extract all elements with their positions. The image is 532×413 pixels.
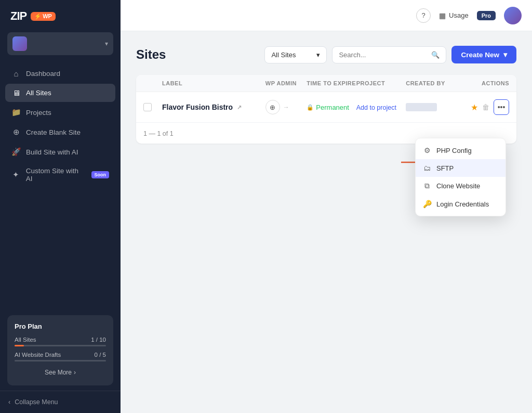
sidebar-item-label: All Sites (26, 89, 51, 97)
account-selector[interactable]: ▾ (7, 32, 113, 55)
sidebar-item-all-sites[interactable]: 🖥 All Sites (5, 84, 115, 102)
sidebar-item-custom-site-ai[interactable]: ✦ Custom Site with AI Soon (5, 162, 115, 187)
sidebar-item-label: Build Site with AI (26, 148, 78, 156)
dashboard-icon: ⌂ (11, 69, 21, 78)
all-sites-count: 1 / 10 (91, 337, 106, 343)
lock-icon: 🔒 (307, 104, 314, 111)
logo-area: ZIP ⚡ WP (0, 0, 121, 32)
content-area: Sites All Sites ▾ 🔍 Create New ▾ (121, 31, 532, 413)
sidebar-item-projects[interactable]: 📁 Projects (5, 103, 115, 122)
rocket-icon: 🚀 (11, 147, 21, 157)
page-title: Sites (136, 47, 166, 62)
chevron-down-icon: ▾ (316, 51, 320, 59)
dropdown-item-clone-website[interactable]: ⧉ Clone Website (416, 177, 506, 195)
wordpress-icon: ⊕ (11, 127, 21, 137)
header-controls: All Sites ▾ 🔍 Create New ▾ (264, 46, 516, 63)
clone-icon: ⧉ (423, 182, 431, 190)
logo-badge: ⚡ WP (31, 12, 56, 21)
soon-badge: Soon (91, 171, 110, 178)
time-expire-cell: 🔒 Permanent (307, 104, 356, 111)
all-sites-row: All Sites 1 / 10 (15, 337, 106, 343)
logo-text: ZIP (10, 9, 26, 23)
wp-admin-button[interactable]: ⊕ (265, 100, 280, 114)
all-sites-progress-fill (15, 345, 24, 346)
sparkle-icon: ✦ (11, 170, 21, 179)
topbar: ? ▦ Usage Pro (121, 0, 532, 31)
table-header: LABEL WP ADMIN TIME TO EXPIRE PROJECT CR… (136, 75, 516, 92)
dropdown-item-php-config[interactable]: ⚙ PHP Config (416, 141, 506, 159)
create-new-label: Create New (461, 51, 499, 59)
site-name-text: Flavor Fusion Bistro (162, 103, 233, 111)
badge-text: WP (43, 13, 52, 19)
arrow-right-icon: → (283, 104, 289, 111)
row-checkbox[interactable] (143, 103, 152, 111)
collapse-menu-button[interactable]: ‹ Collapse Menu (0, 391, 121, 413)
dropdown-item-label: SFTP (436, 164, 454, 172)
chart-icon: ▦ (439, 11, 446, 20)
sidebar-item-label: Dashboard (26, 70, 60, 78)
expire-value: Permanent (316, 104, 349, 111)
search-icon: 🔍 (431, 51, 440, 59)
more-actions-button[interactable]: ••• (494, 99, 509, 115)
col-time-expire: TIME TO EXPIRE (307, 80, 356, 86)
dropdown-item-login-credentials[interactable]: 🔑 Login Credentials (416, 195, 506, 213)
table-row: Flavor Fusion Bistro ↗ ⊕ → 🔒 Permanent A… (136, 92, 516, 123)
pro-plan-box: Pro Plan All Sites 1 / 10 AI Website Dra… (7, 315, 113, 385)
sidebar-item-label: Create Blank Site (26, 128, 81, 136)
dropdown-item-label: PHP Config (436, 147, 472, 154)
sftp-icon: 🗂 (423, 164, 431, 172)
question-icon: ? (421, 11, 425, 19)
collapse-label: Collapse Menu (15, 398, 58, 406)
col-checkbox (143, 80, 162, 86)
usage-label: Usage (449, 11, 469, 19)
see-more-button[interactable]: See More › (15, 367, 106, 378)
key-icon: 🔑 (423, 200, 431, 208)
chevron-down-icon: ▾ (503, 50, 507, 59)
created-by-cell (406, 103, 468, 111)
main-area: ? ▦ Usage Pro Sites All Sites ▾ 🔍 (121, 0, 532, 413)
col-project: PROJECT (356, 80, 406, 86)
star-button[interactable]: ★ (471, 102, 478, 112)
filter-select[interactable]: All Sites ▾ (264, 46, 327, 63)
help-button[interactable]: ? (416, 8, 431, 23)
actions-cell: ★ 🗑 ••• (468, 99, 509, 115)
chevron-down-icon: ▾ (105, 40, 108, 47)
content-header: Sites All Sites ▾ 🔍 Create New ▾ (136, 46, 516, 63)
add-to-project-button[interactable]: Add to project (356, 104, 396, 111)
create-new-button[interactable]: Create New ▾ (451, 46, 516, 63)
pagination-text: 1 — 1 of 1 (143, 130, 174, 137)
ai-drafts-label: AI Website Drafts (15, 352, 61, 358)
wordpress-logo-icon: ⊕ (270, 104, 275, 111)
dropdown-item-label: Clone Website (436, 182, 480, 190)
project-cell: Add to project (356, 102, 406, 112)
account-avatar (12, 36, 27, 51)
sites-table: LABEL WP ADMIN TIME TO EXPIRE PROJECT CR… (136, 75, 516, 144)
sidebar-item-label: Projects (26, 109, 51, 117)
ellipsis-icon: ••• (498, 103, 506, 111)
dropdown-item-sftp[interactable]: 🗂 SFTP (416, 159, 506, 177)
ai-drafts-row: AI Website Drafts 0 / 5 (15, 352, 106, 358)
wp-icon: ⚡ (34, 13, 42, 20)
user-avatar[interactable] (504, 7, 522, 24)
delete-button[interactable]: 🗑 (482, 103, 489, 111)
sidebar-item-create-blank-site[interactable]: ⊕ Create Blank Site (5, 123, 115, 141)
usage-button[interactable]: ▦ Usage (439, 11, 469, 20)
col-label: LABEL (162, 80, 265, 86)
search-box: 🔍 (332, 46, 446, 63)
external-link-icon[interactable]: ↗ (237, 104, 242, 111)
search-input[interactable] (339, 51, 427, 59)
pro-plan-title: Pro Plan (15, 322, 106, 330)
sidebar-item-build-site-ai[interactable]: 🚀 Build Site with AI (5, 143, 115, 161)
dropdown-item-label: Login Credentials (436, 200, 489, 208)
filter-value: All Sites (271, 51, 296, 59)
all-sites-progress-bg (15, 345, 106, 346)
sidebar: ZIP ⚡ WP ▾ ⌂ Dashboard 🖥 All Sites 📁 Pro… (0, 0, 121, 413)
see-more-label: See More (45, 369, 72, 376)
folder-icon: 📁 (11, 108, 21, 117)
sidebar-nav: ⌂ Dashboard 🖥 All Sites 📁 Projects ⊕ Cre… (0, 61, 121, 310)
sidebar-item-dashboard[interactable]: ⌂ Dashboard (5, 64, 115, 83)
monitor-icon: 🖥 (11, 88, 21, 97)
site-name-cell: Flavor Fusion Bistro ↗ (162, 103, 265, 111)
ai-drafts-progress-bg (15, 360, 106, 362)
ai-drafts-count: 0 / 5 (95, 352, 106, 358)
